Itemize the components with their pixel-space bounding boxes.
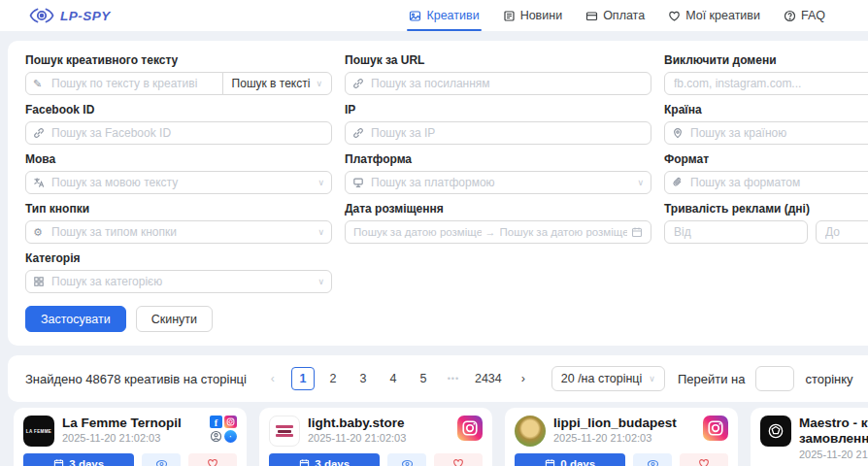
ip-input[interactable] [345, 121, 651, 145]
search-mode-select[interactable]: Пошук в тексті ∨ [222, 72, 332, 95]
date-to-input[interactable] [500, 226, 628, 238]
paperclip-icon [672, 177, 684, 188]
date-range-picker[interactable]: → [345, 220, 651, 244]
platform-icon [352, 177, 364, 188]
field-language: Мова ∨ [25, 152, 332, 194]
creative-timestamp: 2025-11-20 21:02:03 [308, 432, 450, 444]
pagination-prev[interactable]: ‹ [261, 367, 284, 390]
platform-select-input[interactable] [345, 171, 651, 194]
brand-name: LP-SPY [60, 9, 111, 23]
calendar-icon [299, 458, 310, 466]
field-country: Країна [664, 103, 868, 145]
pagination-next[interactable]: › [512, 367, 535, 390]
field-platform: Платформа ∨ [345, 152, 651, 194]
heart-icon [698, 458, 710, 466]
duration-to-input[interactable] [816, 220, 868, 244]
translate-icon [33, 177, 45, 188]
language-select-input[interactable] [25, 171, 332, 194]
favorite-button[interactable] [434, 453, 483, 466]
days-active-button[interactable]: 3 days [269, 453, 380, 466]
pagination-page-1[interactable]: 1 [291, 367, 315, 390]
chevron-down-icon: ∨ [317, 179, 324, 187]
creative-cards-row: LA FEMME La Femme Ternopil 2025-11-20 21… [14, 408, 868, 466]
chevron-down-icon: ∨ [649, 374, 655, 383]
creative-card[interactable]: Maestro - кухні, меблі на замовлення в У… [751, 408, 868, 466]
chevron-down-icon: ∨ [317, 228, 324, 237]
emblem-icon [767, 422, 785, 440]
days-active-button[interactable]: 0 days [515, 453, 625, 466]
nav-news[interactable]: Новини [503, 0, 563, 31]
facebook-icon[interactable]: f [210, 416, 222, 428]
pagination-page-3[interactable]: 3 [351, 367, 375, 390]
creative-timestamp: 2025-11-20 21:02:03 [553, 432, 695, 444]
creative-text-input[interactable] [25, 72, 223, 95]
avatar [269, 416, 300, 447]
pagination-last-page[interactable]: 2434 [472, 367, 505, 390]
main-nav: Креативи Новини Оплата Мої креативи FAQ [409, 0, 825, 31]
url-input[interactable] [345, 72, 651, 95]
creative-card[interactable]: lippi_lion_budapest 2025-11-20 21:02:03 … [505, 408, 738, 466]
country-select-input[interactable] [664, 121, 868, 145]
button-type-select-input[interactable] [25, 220, 332, 244]
views-button[interactable] [142, 453, 181, 466]
goto-page-input[interactable] [755, 366, 794, 391]
results-bar: Знайдено 48678 креативів на сторінці ‹ 1… [8, 355, 868, 402]
results-summary: Знайдено 48678 креативів на сторінці [25, 372, 247, 386]
views-button[interactable] [387, 453, 426, 466]
instagram-icon[interactable] [457, 416, 483, 441]
category-select-input[interactable] [25, 270, 332, 293]
messenger-icon[interactable] [224, 430, 237, 443]
avatar: LA FEMME [23, 416, 54, 447]
field-label: Пошук креативного тексту [25, 53, 332, 67]
arrow-right-icon: → [485, 226, 496, 238]
facebook-id-input[interactable] [25, 121, 332, 145]
duration-from-input[interactable] [664, 220, 808, 244]
views-button[interactable] [633, 453, 672, 466]
pagination-page-4[interactable]: 4 [382, 367, 405, 390]
eye-icon [647, 459, 659, 466]
field-button-type: Тип кнопки ⚙ ∨ [25, 202, 332, 244]
link-icon [352, 78, 364, 89]
exclude-domains-input[interactable] [664, 72, 868, 95]
field-exclude-domains: Виключити домени [664, 53, 868, 95]
favorite-button[interactable] [188, 453, 237, 466]
calendar-icon [545, 458, 555, 466]
creative-timestamp: 2025-11-20 21:02:03 [62, 432, 202, 444]
nav-faq[interactable]: FAQ [784, 0, 825, 31]
advertiser-name[interactable]: La Femme Ternopil [62, 416, 202, 430]
instagram-icon[interactable] [224, 416, 237, 428]
chevron-down-icon: ∨ [637, 179, 644, 187]
advertiser-name[interactable]: light.baby.store [308, 416, 450, 430]
days-active-button[interactable]: 3 days [23, 453, 134, 466]
advertiser-name[interactable]: lippi_lion_budapest [553, 416, 695, 430]
field-ip: IP [345, 103, 651, 145]
instagram-icon[interactable] [703, 416, 728, 441]
apply-button[interactable]: Застосувати [25, 306, 126, 332]
page-size-select[interactable]: 20 /на сторінці ∨ [551, 366, 665, 391]
nav-creatives[interactable]: Креативи [409, 0, 479, 31]
brand-logo[interactable]: LP-SPY [29, 8, 111, 23]
location-pin-icon [672, 127, 684, 139]
profile-icon[interactable] [210, 430, 222, 443]
field-facebook-id: Facebook ID [25, 103, 332, 145]
news-icon [503, 10, 516, 22]
nav-my-creatives[interactable]: Мої креативи [668, 0, 760, 31]
link-icon [352, 127, 364, 139]
field-creative-text: Пошук креативного тексту ✎ Пошук в текст… [25, 53, 332, 95]
date-from-input[interactable] [353, 226, 482, 238]
pagination-ellipsis[interactable]: ••• [442, 367, 465, 390]
format-select-input[interactable] [664, 171, 868, 194]
favorite-button[interactable] [680, 453, 728, 466]
creative-card[interactable]: light.baby.store 2025-11-20 21:02:03 3 d… [259, 408, 492, 466]
reset-button[interactable]: Скинути [136, 306, 213, 332]
pagination-page-2[interactable]: 2 [321, 367, 345, 390]
creative-card[interactable]: LA FEMME La Femme Ternopil 2025-11-20 21… [14, 408, 247, 466]
pagination-page-5[interactable]: 5 [412, 367, 435, 390]
advertiser-name[interactable]: Maestro - кухні, меблі на замовлення в У… [799, 416, 868, 447]
credit-card-icon [585, 10, 598, 22]
avatar [515, 416, 546, 447]
nav-payment[interactable]: Оплата [585, 0, 645, 31]
heart-icon [452, 458, 464, 466]
pen-icon: ✎ [33, 79, 42, 89]
question-circle-icon [784, 10, 796, 22]
